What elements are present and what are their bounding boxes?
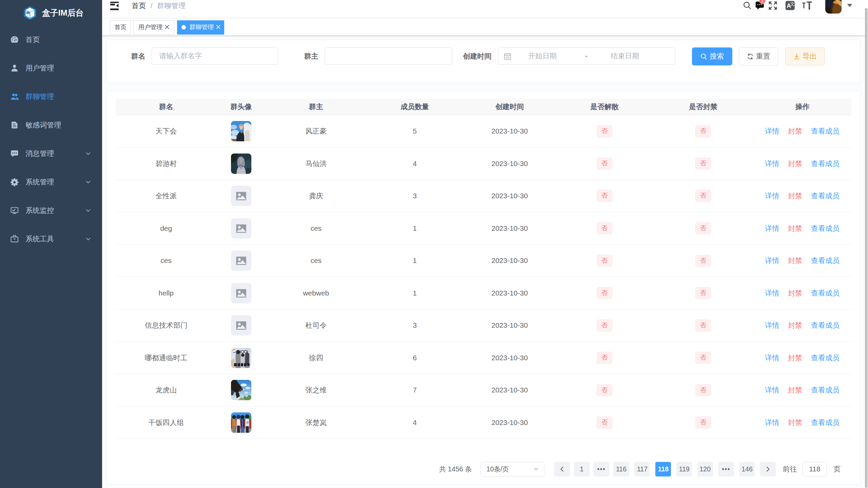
- svg-text:文: 文: [790, 1, 795, 6]
